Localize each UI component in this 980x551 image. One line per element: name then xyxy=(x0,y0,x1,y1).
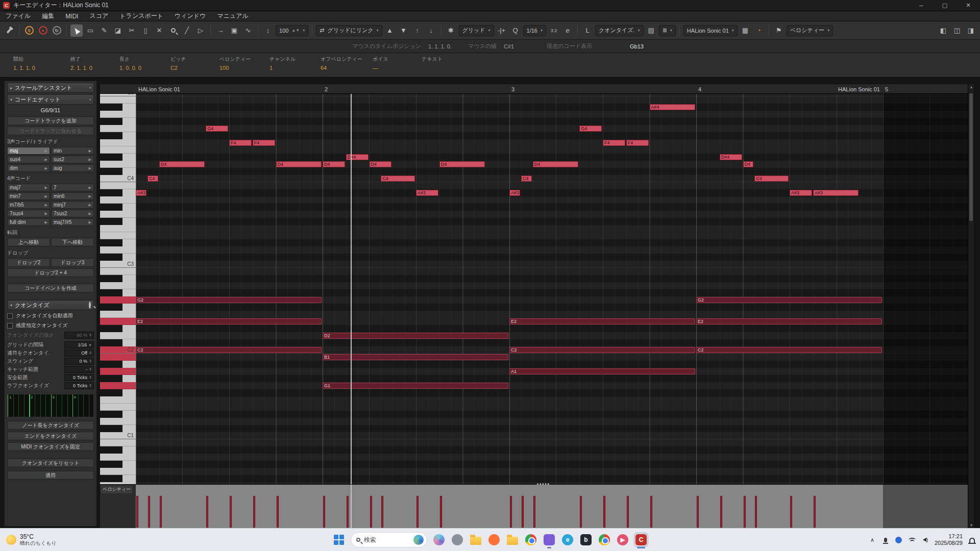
setup-pin-icon[interactable] xyxy=(3,24,15,37)
midi-note-D4[interactable]: D4 xyxy=(323,161,345,167)
solo-editor-button[interactable]: S xyxy=(23,24,35,37)
piano-key-Cs2[interactable] xyxy=(100,339,136,346)
midi-note-D4[interactable]: D4 xyxy=(743,161,754,167)
volume-icon[interactable]: ) xyxy=(921,536,929,544)
taskbar-app-folder-app[interactable] xyxy=(506,533,519,546)
taskbar-app-edge[interactable]: e xyxy=(561,533,574,546)
quantize-value-field[interactable]: 0 Ticks⇕ xyxy=(64,374,94,381)
chord-button-aug[interactable]: aug▶ xyxy=(51,164,94,172)
velocity-bar[interactable] xyxy=(277,496,279,528)
piano-key-B3[interactable] xyxy=(100,182,136,189)
info-field-value[interactable]: 1. 1. 1. 0 xyxy=(13,65,70,71)
glue-tool-button[interactable]: ▯ xyxy=(139,24,152,37)
midi-note-As3[interactable]: A#3 xyxy=(813,190,859,196)
midi-note-As3[interactable]: A#3 xyxy=(136,190,146,196)
piano-roll[interactable]: C5C4C3C2C1 A#3C4D4G4F4F4D4D4D#4D4C4A#3D4… xyxy=(100,94,974,484)
midi-note-F4[interactable]: F4 xyxy=(229,140,252,146)
piano-key-G3[interactable] xyxy=(100,211,136,218)
piano-key-F4[interactable] xyxy=(100,139,136,146)
piano-key-D4[interactable] xyxy=(100,161,136,168)
notification-bell-icon[interactable] xyxy=(968,536,976,544)
piano-key-Gs4[interactable] xyxy=(100,118,136,125)
chord-button-sus4[interactable]: sus4▶ xyxy=(7,156,50,163)
piano-key-E2[interactable] xyxy=(100,318,136,325)
left-zone-toggle[interactable]: ◧ xyxy=(937,24,949,37)
scroll-down-icon[interactable]: ▼ xyxy=(968,523,974,527)
piano-key-Ds1[interactable] xyxy=(100,411,136,418)
chord-button-fulldim[interactable]: full dim▶ xyxy=(7,218,50,226)
midi-note-C4[interactable]: C4 xyxy=(754,176,789,182)
playhead-cursor[interactable] xyxy=(351,94,352,484)
scrollbar-thumb[interactable] xyxy=(969,93,973,221)
piano-key-C4[interactable]: C4 xyxy=(100,175,136,182)
piano-key-A4[interactable] xyxy=(100,111,136,118)
piano-key-Gs3[interactable] xyxy=(100,204,136,211)
velocity-bar[interactable] xyxy=(790,496,792,528)
chord-button-min6[interactable]: min6▶ xyxy=(51,192,94,200)
midi-note-As3[interactable]: A#3 xyxy=(416,190,438,196)
nudge-start-left-button[interactable]: ▲ xyxy=(384,24,396,37)
midi-note-C2[interactable]: C2 xyxy=(136,347,322,353)
mute-tool-button[interactable]: ✕ xyxy=(153,24,165,37)
midi-note-C4[interactable]: C4 xyxy=(148,176,158,182)
midi-note-C4[interactable]: C4 xyxy=(381,176,415,182)
chord-button-min[interactable]: min▶ xyxy=(51,147,94,155)
create-chord-event-button[interactable]: コードイベントを作成 xyxy=(7,284,94,292)
midi-note-Ds4[interactable]: D#4 xyxy=(720,154,742,160)
piano-key-A3[interactable] xyxy=(100,196,136,204)
velocity-bar[interactable] xyxy=(230,496,232,528)
piano-key-Cs3[interactable] xyxy=(100,254,136,261)
midi-note-As3[interactable]: A#3 xyxy=(509,190,520,196)
piano-key-E3[interactable] xyxy=(100,232,136,239)
taskbar-app-media-app[interactable]: ▶ xyxy=(616,533,629,546)
quantize-action-button-2[interactable]: MIDI クオンタイズを固定 xyxy=(7,442,94,451)
piano-key-As3[interactable] xyxy=(100,189,136,196)
erase-tool-button[interactable]: ◪ xyxy=(112,24,124,37)
midi-note-F4[interactable]: F4 xyxy=(626,140,649,146)
piano-key-Ds3[interactable] xyxy=(100,239,136,246)
piano-key-D2[interactable] xyxy=(100,332,136,339)
piano-key-B4[interactable] xyxy=(100,96,136,104)
acoustic-feedback-button[interactable]: ● xyxy=(37,24,49,37)
piano-key-Gs0[interactable] xyxy=(100,461,136,468)
chord-button-maj[interactable]: maj▶ xyxy=(7,147,50,155)
quantize-value-field[interactable]: -⇕ xyxy=(64,366,94,373)
add-chord-track-button[interactable]: コードトラックを追加 xyxy=(7,116,94,125)
quantize-value-field[interactable]: 0 Ticks⇕ xyxy=(64,382,94,389)
chord-button-minj7[interactable]: minj7▶ xyxy=(51,201,94,209)
velocity-bar[interactable] xyxy=(416,496,419,528)
menu-item-0[interactable]: ファイル xyxy=(0,12,36,20)
midi-note-D4[interactable]: D4 xyxy=(370,161,392,167)
midi-note-G4[interactable]: G4 xyxy=(579,126,602,132)
midi-note-E2[interactable]: E2 xyxy=(509,318,695,324)
velocity-bar[interactable] xyxy=(347,496,349,528)
velocity-lane-label[interactable]: ベロシティー xyxy=(101,486,132,493)
chord-button-m7b5[interactable]: m7/b5▶ xyxy=(7,201,50,209)
clock-icon[interactable]: ◔ xyxy=(753,24,765,37)
zoom-tool-button[interactable] xyxy=(167,24,179,37)
timeline-ruler[interactable]: 2345HALion Sonic 01HALion Sonic 01 xyxy=(136,84,974,94)
line-tool-button[interactable]: ╱ xyxy=(181,24,193,37)
midi-note-Ds4[interactable]: D#4 xyxy=(346,154,369,160)
piano-key-G0[interactable] xyxy=(100,468,136,475)
part-edit-icon[interactable]: ▤ xyxy=(645,24,657,37)
velocity-bar[interactable] xyxy=(381,496,383,528)
velocity-bar[interactable] xyxy=(720,496,722,528)
velocity-bar[interactable] xyxy=(323,496,325,528)
piano-key-G2[interactable] xyxy=(100,296,136,304)
taskbar-app-chrome[interactable] xyxy=(524,533,537,546)
minimize-button[interactable]: ─ xyxy=(910,0,933,11)
velocity-bar[interactable] xyxy=(370,496,372,528)
insert-velocity-field[interactable]: 100▲▼▾ xyxy=(276,25,308,36)
velocity-lane-body[interactable] xyxy=(136,485,968,529)
chord-button-sus2[interactable]: sus2▶ xyxy=(51,156,94,163)
drop24-button[interactable]: ドロップ2 + 4 xyxy=(7,268,94,277)
quantize-value-field[interactable]: 0 %⇕ xyxy=(64,358,94,365)
piano-key-A2[interactable] xyxy=(100,282,136,289)
piano-key-Fs4[interactable] xyxy=(100,132,136,139)
piano-key-D1[interactable] xyxy=(100,418,136,425)
piano-key-Fs1[interactable] xyxy=(100,389,136,396)
wifi-icon[interactable] xyxy=(908,536,916,544)
piano-key-A0[interactable] xyxy=(100,454,136,461)
piano-key-B2[interactable] xyxy=(100,268,136,275)
